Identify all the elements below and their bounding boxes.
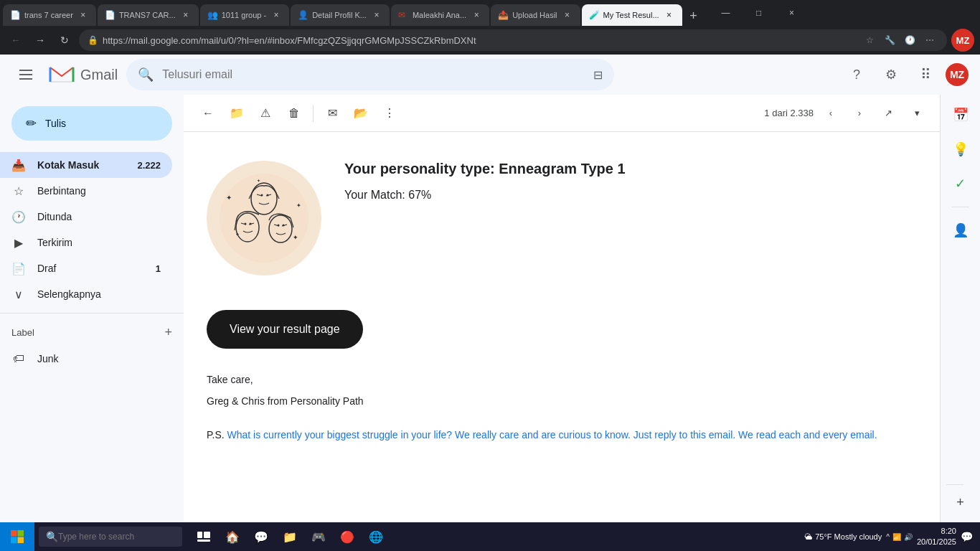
- taskbar-weather[interactable]: 🌥 75°F Mostly cloudy: [804, 532, 882, 541]
- archive-button[interactable]: 📁: [224, 100, 250, 126]
- add-panel-button[interactable]: +: [946, 488, 975, 517]
- task-view-icon: [197, 532, 210, 542]
- personality-faces-svg: ✦ ✦ ✦ ✦ ✦: [217, 171, 311, 265]
- url-bar[interactable]: 🔒 https://mail.google.com/mail/u/0/?hl=e…: [79, 29, 947, 51]
- widget-button[interactable]: 🏠: [221, 525, 244, 548]
- keep-panel-button[interactable]: 💡: [946, 135, 975, 164]
- tab-trans7car[interactable]: 📄 TRANS7 CAR... ×: [98, 4, 199, 26]
- move-to-button[interactable]: 📂: [348, 100, 374, 126]
- taskbar-chevron-icon[interactable]: ^: [886, 533, 890, 541]
- sidebar-item-draft[interactable]: 📄 Draf 1: [0, 255, 172, 281]
- taskbar-search[interactable]: 🔍: [39, 527, 182, 547]
- bookmark-button[interactable]: ☆: [861, 32, 878, 49]
- widget-icon: 🏠: [225, 530, 240, 544]
- tasks-panel-button[interactable]: ✓: [946, 169, 975, 198]
- taskbar-app1-button[interactable]: 🎮: [307, 525, 330, 548]
- new-tab-button[interactable]: +: [684, 6, 704, 26]
- settings-button[interactable]: ⚙: [877, 60, 905, 89]
- volume-icon[interactable]: 🔊: [904, 533, 913, 541]
- taskbar-app3-button[interactable]: 🌐: [364, 525, 387, 548]
- history-btn[interactable]: 🕐: [901, 32, 918, 49]
- back-button[interactable]: ←: [6, 30, 26, 50]
- sidebar-item-sent[interactable]: ▶ Terkirim: [0, 230, 172, 255]
- gmail-search-input[interactable]: [162, 68, 585, 81]
- tab-detailprofil[interactable]: 👤 Detail Profil K... ×: [291, 4, 390, 26]
- gmail-header-actions: ? ⚙ ⠿ MZ: [842, 60, 969, 89]
- svg-point-19: [245, 223, 247, 225]
- tab1-favicon: 📄: [10, 10, 20, 20]
- expand-button[interactable]: ↗: [877, 102, 900, 125]
- gmail-body: ✏ Tulis 📥 Kotak Masuk 2.222 ☆ Berbintang: [0, 95, 980, 522]
- tab-trans7career[interactable]: 📄 trans 7 career ×: [3, 4, 96, 26]
- back-to-inbox-button[interactable]: ←: [195, 100, 221, 126]
- minimize-button[interactable]: —: [710, 0, 743, 26]
- svg-rect-2: [19, 78, 32, 80]
- gmail-search-bar[interactable]: 🔍 ⊟: [126, 59, 614, 90]
- view-result-button[interactable]: View your result page: [207, 310, 363, 349]
- svg-point-25: [278, 225, 280, 227]
- close-button[interactable]: ×: [776, 0, 809, 26]
- sidebar-item-snoozed[interactable]: 🕐 Ditunda: [0, 204, 172, 230]
- label-section-title: Label: [11, 327, 34, 338]
- tab1-close[interactable]: ×: [77, 9, 89, 21]
- sidebar-item-starred[interactable]: ☆ Berbintang: [0, 178, 172, 204]
- mark-unread-button[interactable]: ✉: [319, 100, 345, 126]
- chat-button[interactable]: 💬: [250, 525, 273, 548]
- start-button[interactable]: [0, 522, 34, 551]
- add-label-button[interactable]: +: [164, 325, 172, 340]
- apps-button[interactable]: ⠿: [911, 60, 940, 89]
- svg-point-20: [250, 223, 252, 225]
- ps-link-text: What is currently your biggest struggle …: [227, 429, 877, 441]
- expand-dropdown-button[interactable]: ▾: [905, 102, 928, 125]
- tab7-close[interactable]: ×: [664, 9, 675, 21]
- tab-1011group[interactable]: 👥 1011 group - ×: [200, 4, 289, 26]
- more-actions-button[interactable]: ⋮: [377, 100, 402, 126]
- junk-label: Junk: [37, 353, 161, 364]
- sidebar-item-more[interactable]: ∨ Selengkapnya: [0, 281, 172, 307]
- snoozed-label: Ditunda: [37, 211, 161, 222]
- tab3-close[interactable]: ×: [270, 9, 282, 21]
- sidebar-item-junk[interactable]: 🏷 Junk: [0, 346, 172, 372]
- tab-mytestresult[interactable]: 🧪 My Test Resul... ×: [582, 4, 682, 26]
- weather-icon: 🌥: [804, 532, 812, 541]
- extension-btn[interactable]: 🔧: [881, 32, 898, 49]
- gmail-filter-icon[interactable]: ⊟: [593, 68, 603, 82]
- taskbar-app2-button[interactable]: 🔴: [336, 525, 359, 548]
- profile-btn[interactable]: MZ: [951, 29, 974, 52]
- next-email-button[interactable]: ›: [848, 102, 871, 125]
- file-explorer-button[interactable]: 📁: [278, 525, 301, 548]
- taskbar-search-input[interactable]: [58, 532, 173, 542]
- svg-rect-28: [11, 530, 17, 537]
- taskbar-clock[interactable]: 8:20 20/01/2025: [917, 526, 956, 548]
- user-avatar[interactable]: MZ: [946, 63, 969, 86]
- tab4-close[interactable]: ×: [371, 9, 382, 21]
- compose-button[interactable]: ✏ Tulis: [11, 106, 172, 141]
- calendar-panel-button[interactable]: 📅: [946, 100, 975, 129]
- tab6-close[interactable]: ×: [562, 9, 573, 21]
- starred-icon: ☆: [11, 184, 26, 198]
- forward-button[interactable]: →: [30, 30, 50, 50]
- maximize-button[interactable]: □: [743, 0, 776, 26]
- sidebar-item-inbox[interactable]: 📥 Kotak Masuk 2.222: [0, 152, 172, 178]
- network-icon[interactable]: 📶: [892, 533, 901, 541]
- draft-label: Draf: [37, 263, 144, 274]
- gmail-menu-button[interactable]: [11, 60, 40, 89]
- svg-point-3: [220, 174, 308, 263]
- file-explorer-icon: 📁: [283, 530, 297, 544]
- tab-maleakhi[interactable]: ✉ Maleakhi Ana... ×: [391, 4, 489, 26]
- refresh-button[interactable]: ↻: [55, 30, 75, 50]
- svg-rect-31: [18, 537, 24, 544]
- taskbar-right: 🌥 75°F Mostly cloudy ^ 📶 🔊 8:20 20/01/20…: [804, 526, 980, 548]
- notification-icon[interactable]: 💬: [961, 531, 973, 542]
- help-button[interactable]: ?: [842, 60, 871, 89]
- more-options-btn[interactable]: ⋯: [921, 32, 938, 49]
- tab5-close[interactable]: ×: [471, 9, 482, 21]
- tab-uploadhasil[interactable]: 📤 Upload Hasil ×: [491, 4, 580, 26]
- spam-button[interactable]: ⚠: [253, 100, 278, 126]
- tab2-close[interactable]: ×: [180, 9, 192, 21]
- contacts-panel-button[interactable]: 👤: [946, 216, 975, 245]
- delete-button[interactable]: 🗑: [281, 100, 307, 126]
- task-view-button[interactable]: [192, 525, 215, 548]
- prev-email-button[interactable]: ‹: [819, 102, 842, 125]
- taskbar-app3-icon: 🌐: [369, 530, 383, 544]
